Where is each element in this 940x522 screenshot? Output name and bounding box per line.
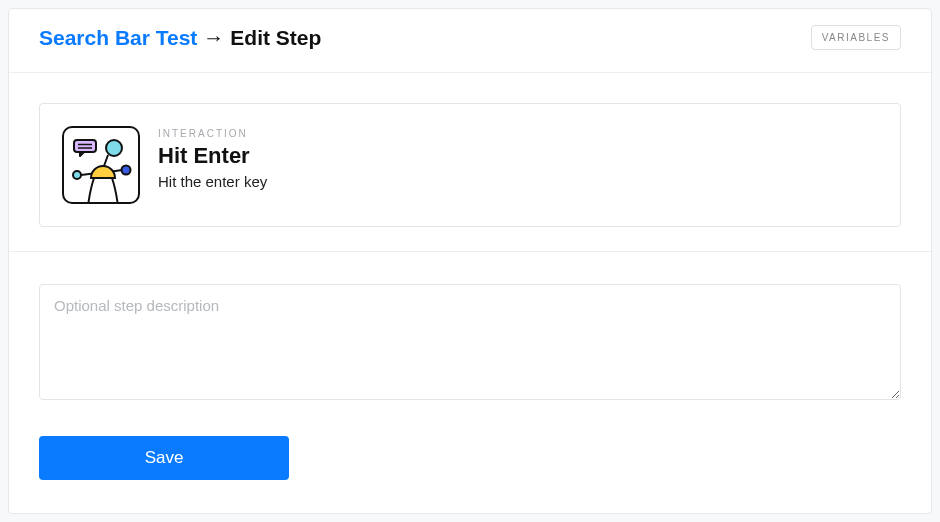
interaction-icon [62,126,140,204]
svg-point-3 [106,140,122,156]
step-description: Hit the enter key [158,173,267,190]
step-category-label: INTERACTION [158,128,267,139]
svg-point-4 [73,171,81,179]
variables-button[interactable]: VARIABLES [811,25,901,50]
step-description-input[interactable] [39,284,901,400]
step-meta: INTERACTION Hit Enter Hit the enter key [158,126,267,190]
save-button[interactable]: Save [39,436,289,480]
svg-line-8 [104,155,108,166]
svg-rect-0 [74,140,96,152]
step-card: INTERACTION Hit Enter Hit the enter key [39,103,901,227]
header: Search Bar Test → Edit Step VARIABLES [9,9,931,73]
form-section: Save [9,252,931,510]
svg-point-5 [122,166,131,175]
step-section: INTERACTION Hit Enter Hit the enter key [9,73,931,252]
edit-step-card: Search Bar Test → Edit Step VARIABLES [8,8,932,514]
breadcrumb-current: Edit Step [230,26,321,50]
breadcrumb-root-link[interactable]: Search Bar Test [39,26,197,50]
breadcrumb-arrow: → [203,26,224,50]
step-title: Hit Enter [158,143,267,169]
breadcrumb: Search Bar Test → Edit Step [39,26,321,50]
